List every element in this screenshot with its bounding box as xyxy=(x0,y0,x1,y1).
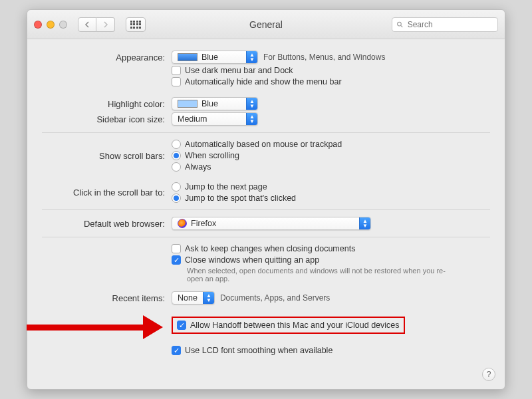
click-scroll-spot-radio[interactable]: Jump to the spot that's clicked xyxy=(172,194,296,203)
color-swatch-icon xyxy=(178,100,198,108)
back-button[interactable] xyxy=(78,17,96,32)
dark-menu-checkbox[interactable]: Use dark menu bar and Dock xyxy=(172,66,293,75)
auto-hide-menu-checkbox[interactable]: Automatically hide and show the menu bar xyxy=(172,77,342,86)
click-scroll-label: Click in the scroll bar to: xyxy=(42,188,172,198)
appearance-label: Appearance: xyxy=(42,53,172,63)
click-scroll-spot-label: Jump to the spot that's clicked xyxy=(185,194,296,203)
annotation-highlight: Allow Handoff between this Mac and your … xyxy=(172,317,405,334)
scrollbars-always-radio[interactable]: Always xyxy=(172,162,211,172)
ask-changes-label: Ask to keep changes when closing documen… xyxy=(185,244,355,253)
appearance-value: Blue xyxy=(201,53,218,62)
minimize-window-button[interactable] xyxy=(47,21,55,29)
lcd-smoothing-label: Use LCD font smoothing when available xyxy=(185,346,332,355)
search-icon xyxy=(396,21,404,29)
radio-icon xyxy=(172,194,181,203)
close-windows-checkbox[interactable]: Close windows when quitting an app xyxy=(172,255,319,265)
recent-value: None xyxy=(178,293,198,303)
handoff-checkbox[interactable]: Allow Handoff between this Mac and your … xyxy=(177,321,400,330)
chevron-up-down-icon: ▲▼ xyxy=(246,98,257,110)
checkbox-icon xyxy=(172,346,181,355)
search-field[interactable] xyxy=(392,17,498,32)
checkbox-icon xyxy=(172,66,181,75)
highlight-label: Highlight color: xyxy=(42,99,172,109)
radio-icon xyxy=(172,151,181,160)
annotation-arrow-icon xyxy=(27,315,163,339)
sidebar-label: Sidebar icon size: xyxy=(42,114,172,124)
auto-hide-menu-label: Automatically hide and show the menu bar xyxy=(185,77,342,86)
nav-buttons xyxy=(78,17,115,32)
appearance-popup[interactable]: Blue ▲▼ xyxy=(172,51,258,64)
browser-popup[interactable]: Firefox ▲▼ xyxy=(172,217,371,230)
chevron-up-down-icon: ▲▼ xyxy=(359,217,370,229)
divider xyxy=(42,132,490,133)
close-windows-helper: When selected, open documents and window… xyxy=(187,267,453,283)
scrollbars-auto-radio[interactable]: Automatically based on mouse or trackpad xyxy=(172,140,342,149)
recent-label: Recent items: xyxy=(42,293,172,303)
radio-icon xyxy=(172,140,181,149)
click-scroll-next-radio[interactable]: Jump to the next page xyxy=(172,182,267,192)
svg-line-1 xyxy=(401,25,403,27)
show-all-button[interactable] xyxy=(126,17,146,32)
scrollbars-label: Show scroll bars: xyxy=(42,151,172,161)
appearance-hint: For Buttons, Menus, and Windows xyxy=(263,53,385,62)
sidebar-size-value: Medium xyxy=(178,114,207,124)
dark-menu-label: Use dark menu bar and Dock xyxy=(185,66,293,75)
radio-icon xyxy=(172,182,181,192)
firefox-icon xyxy=(178,219,187,228)
lcd-smoothing-checkbox[interactable]: Use LCD font smoothing when available xyxy=(172,346,332,355)
chevron-up-down-icon: ▲▼ xyxy=(246,113,257,125)
chevron-up-down-icon: ▲▼ xyxy=(203,292,214,304)
recent-after: Documents, Apps, and Servers xyxy=(220,293,330,303)
grid-icon xyxy=(130,21,142,29)
divider xyxy=(42,209,490,210)
scrollbars-scrolling-radio[interactable]: When scrolling xyxy=(172,151,239,160)
close-windows-label: Close windows when quitting an app xyxy=(185,255,319,265)
sidebar-size-popup[interactable]: Medium ▲▼ xyxy=(172,112,258,126)
browser-value: Firefox xyxy=(191,219,216,228)
checkbox-icon xyxy=(177,321,186,330)
checkbox-icon xyxy=(172,244,181,253)
color-swatch-icon xyxy=(178,53,198,61)
highlight-value: Blue xyxy=(201,99,218,108)
toolbar: General xyxy=(27,10,505,39)
traffic-lights xyxy=(34,21,67,29)
browser-label: Default web browser: xyxy=(42,219,172,229)
chevron-up-down-icon: ▲▼ xyxy=(246,51,257,63)
forward-button[interactable] xyxy=(96,17,115,32)
handoff-label: Allow Handoff between this Mac and your … xyxy=(190,321,400,330)
search-input[interactable] xyxy=(408,20,493,29)
scrollbars-always-label: Always xyxy=(185,162,211,172)
radio-icon xyxy=(172,162,181,172)
close-window-button[interactable] xyxy=(34,21,42,29)
divider xyxy=(42,237,490,237)
checkbox-icon xyxy=(172,77,181,86)
zoom-window-button[interactable] xyxy=(59,21,67,29)
ask-changes-checkbox[interactable]: Ask to keep changes when closing documen… xyxy=(172,244,355,253)
checkbox-icon xyxy=(172,255,181,265)
scrollbars-scrolling-label: When scrolling xyxy=(185,151,239,160)
scrollbars-auto-label: Automatically based on mouse or trackpad xyxy=(185,140,342,149)
click-scroll-next-label: Jump to the next page xyxy=(185,182,267,192)
svg-point-0 xyxy=(398,22,402,26)
recent-popup[interactable]: None ▲▼ xyxy=(172,291,215,305)
help-button[interactable]: ? xyxy=(482,368,495,381)
highlight-popup[interactable]: Blue ▲▼ xyxy=(172,97,258,110)
